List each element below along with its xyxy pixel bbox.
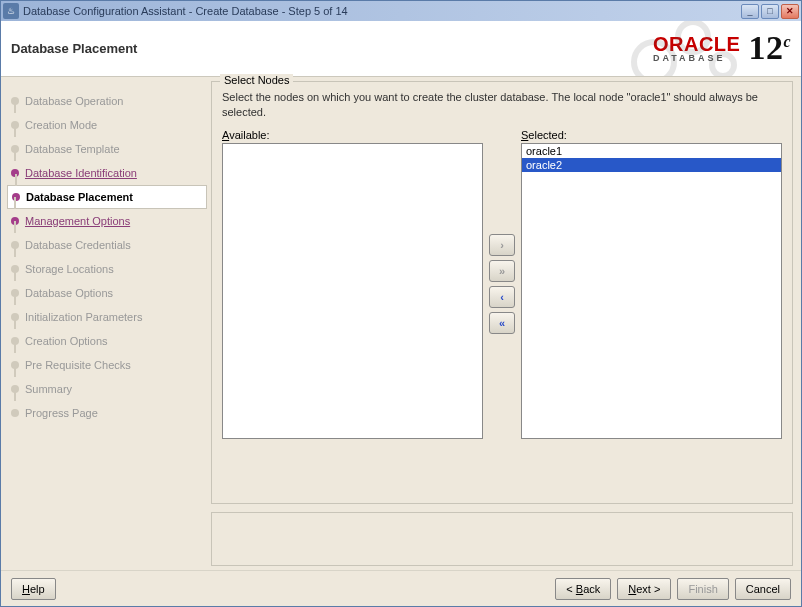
wizard-sidebar: Database OperationCreation ModeDatabase … <box>1 77 211 570</box>
header-banner: Database Placement ORACLE DATABASE 12c <box>1 21 801 77</box>
step-pre-requisite-checks: Pre Requisite Checks <box>7 353 207 377</box>
step-initialization-parameters: Initialization Parameters <box>7 305 207 329</box>
footer: Help < Back Next > Finish Cancel <box>1 570 801 606</box>
list-item[interactable]: oracle2 <box>522 158 781 172</box>
step-management-options[interactable]: Management Options <box>7 209 207 233</box>
step-creation-options: Creation Options <box>7 329 207 353</box>
step-progress-page: Progress Page <box>7 401 207 425</box>
step-label: Creation Options <box>25 335 108 347</box>
step-label: Database Identification <box>25 167 137 179</box>
step-database-identification[interactable]: Database Identification <box>7 161 207 185</box>
step-storage-locations: Storage Locations <box>7 257 207 281</box>
step-label: Database Options <box>25 287 113 299</box>
step-database-options: Database Options <box>7 281 207 305</box>
selected-listbox[interactable]: oracle1oracle2 <box>521 143 782 439</box>
step-creation-mode: Creation Mode <box>7 113 207 137</box>
step-database-operation: Database Operation <box>7 89 207 113</box>
step-label: Pre Requisite Checks <box>25 359 131 371</box>
remove-all-button[interactable]: « <box>489 312 515 334</box>
add-all-button[interactable]: » <box>489 260 515 282</box>
available-label: Available: <box>222 129 483 141</box>
java-icon: ♨ <box>3 3 19 19</box>
cancel-button[interactable]: Cancel <box>735 578 791 600</box>
minimize-button[interactable]: _ <box>741 4 759 19</box>
next-button[interactable]: Next > <box>617 578 671 600</box>
step-label: Database Operation <box>25 95 123 107</box>
step-label: Database Placement <box>26 191 133 203</box>
step-label: Initialization Parameters <box>25 311 142 323</box>
back-button[interactable]: < Back <box>555 578 611 600</box>
step-label: Progress Page <box>25 407 98 419</box>
available-listbox[interactable] <box>222 143 483 439</box>
step-label: Management Options <box>25 215 130 227</box>
instruction-text: Select the nodes on which you want to cr… <box>222 90 782 121</box>
shuttle-controls: › » ‹ « <box>489 129 515 439</box>
step-label: Storage Locations <box>25 263 114 275</box>
page-title: Database Placement <box>11 41 137 56</box>
version-text: 12c <box>748 32 791 64</box>
step-label: Database Template <box>25 143 120 155</box>
step-label: Summary <box>25 383 72 395</box>
message-area <box>211 512 793 566</box>
step-database-template: Database Template <box>7 137 207 161</box>
step-database-credentials: Database Credentials <box>7 233 207 257</box>
finish-button[interactable]: Finish <box>677 578 728 600</box>
titlebar: ♨ Database Configuration Assistant - Cre… <box>1 1 801 21</box>
close-button[interactable]: ✕ <box>781 4 799 19</box>
maximize-button[interactable]: □ <box>761 4 779 19</box>
step-label: Database Credentials <box>25 239 131 251</box>
selected-label: Selected: <box>521 129 782 141</box>
step-summary: Summary <box>7 377 207 401</box>
window-title: Database Configuration Assistant - Creat… <box>23 5 348 17</box>
list-item[interactable]: oracle1 <box>522 144 781 158</box>
add-button[interactable]: › <box>489 234 515 256</box>
step-label: Creation Mode <box>25 119 97 131</box>
remove-button[interactable]: ‹ <box>489 286 515 308</box>
help-button[interactable]: Help <box>11 578 56 600</box>
select-nodes-group: Select Nodes Select the nodes on which y… <box>211 81 793 504</box>
group-legend: Select Nodes <box>220 74 293 86</box>
step-database-placement: Database Placement <box>7 185 207 209</box>
